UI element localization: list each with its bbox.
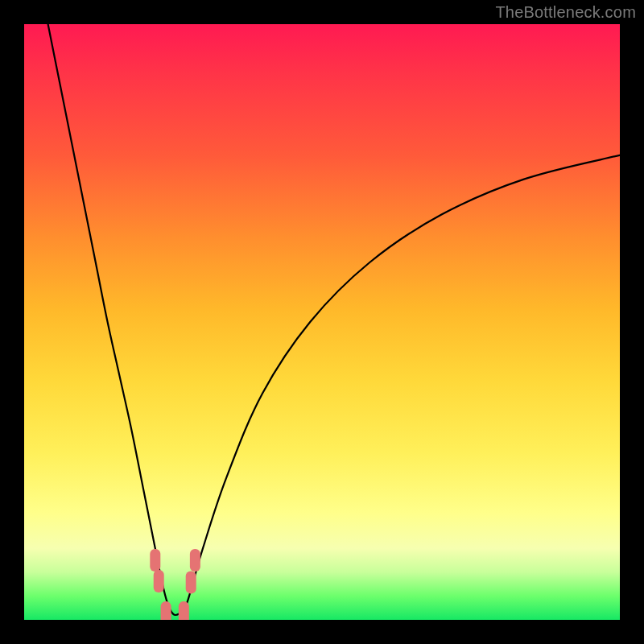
left-descent-marker-2 (154, 570, 164, 592)
floor-marker-right (179, 601, 189, 620)
floor-marker-left (161, 601, 171, 620)
plot-area (24, 24, 620, 620)
watermark-text: TheBottleneck.com (495, 3, 636, 22)
bottleneck-curve (48, 24, 620, 615)
markers-group (150, 549, 200, 620)
right-ascent-marker-2 (190, 549, 200, 572)
chart-frame: TheBottleneck.com (0, 0, 644, 644)
left-descent-marker-1 (150, 549, 160, 572)
right-ascent-marker-1 (186, 571, 196, 593)
curve-svg (24, 24, 620, 620)
